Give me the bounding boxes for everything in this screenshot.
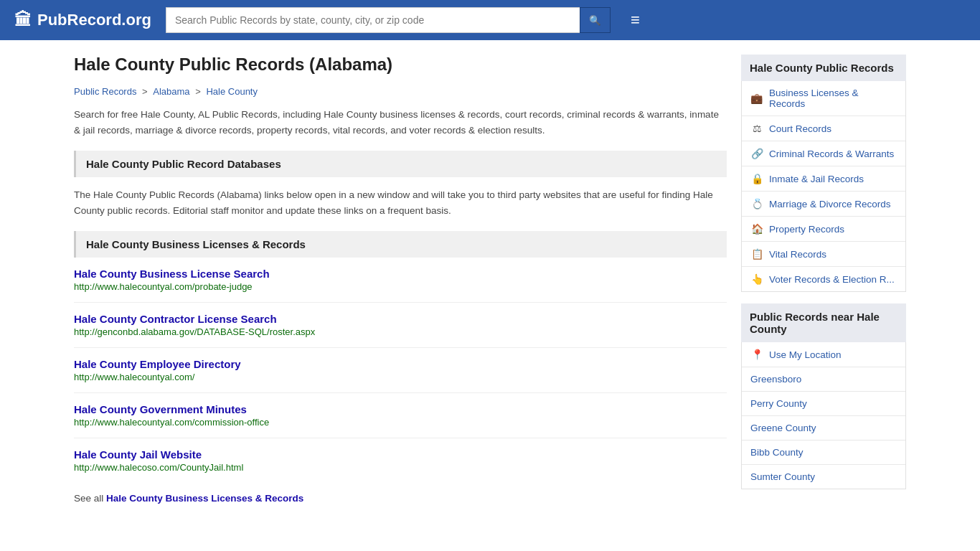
see-all: See all Hale County Business Licenses & …: [74, 493, 727, 504]
sidebar-nearby-list: 📍 Use My Location Greensboro Perry Count…: [741, 342, 906, 489]
record-link-2[interactable]: Hale County Employee Directory: [74, 358, 241, 370]
site-header: 🏛 PubRecord.org 🔍 ≡: [0, 0, 980, 40]
breadcrumb-sep-1: >: [142, 86, 150, 97]
sidebar-item-sumter[interactable]: Sumter County: [742, 465, 905, 489]
sidebar-item-property[interactable]: 🏠 Property Records: [742, 217, 905, 242]
sidebar-item-greene[interactable]: Greene County: [742, 416, 905, 441]
sidebar-label-greene: Greene County: [750, 423, 816, 433]
breadcrumb-sep-2: >: [195, 86, 203, 97]
sidebar-label-property: Property Records: [769, 224, 844, 235]
content-area: Hale County Public Records (Alabama) Pub…: [74, 55, 727, 504]
main-container: Hale County Public Records (Alabama) Pub…: [60, 40, 920, 518]
sidebar-link-property[interactable]: 🏠 Property Records: [742, 217, 905, 241]
finger-icon: 👆: [750, 273, 763, 285]
sidebar-label-voter: Voter Records & Election R...: [769, 274, 895, 285]
record-entry: Hale County Government Minutes http://ww…: [74, 403, 727, 438]
sidebar-nearby-title: Public Records near Hale County: [741, 303, 906, 342]
location-pin-icon: 📍: [750, 349, 763, 360]
sidebar-item-greensboro[interactable]: Greensboro: [742, 367, 905, 392]
record-entry: Hale County Jail Website http://www.hale…: [74, 448, 727, 483]
page-title: Hale County Public Records (Alabama): [74, 55, 727, 75]
scales-icon: ⚖: [750, 123, 763, 134]
sidebar-label-bibb: Bibb County: [750, 447, 804, 458]
link-icon: 🔗: [750, 148, 763, 159]
sidebar-link-sumter[interactable]: Sumter County: [742, 465, 905, 489]
sidebar-label-use-location: Use My Location: [769, 349, 842, 360]
record-entry: Hale County Contractor License Search ht…: [74, 313, 727, 348]
breadcrumb-hale-county[interactable]: Hale County: [206, 86, 258, 97]
sidebar-link-inmate[interactable]: 🔒 Inmate & Jail Records: [742, 166, 905, 191]
sidebar-label-marriage: Marriage & Divorce Records: [769, 199, 891, 209]
search-button[interactable]: 🔍: [580, 7, 611, 33]
sidebar-link-business[interactable]: 💼 Business Licenses & Records: [742, 81, 905, 116]
search-input[interactable]: [166, 7, 580, 33]
see-all-link[interactable]: Hale County Business Licenses & Records: [106, 493, 303, 504]
sidebar-item-perry[interactable]: Perry County: [742, 392, 905, 416]
lock-icon: 🔒: [750, 173, 763, 184]
record-link-0[interactable]: Hale County Business License Search: [74, 268, 270, 280]
breadcrumb-alabama[interactable]: Alabama: [153, 86, 189, 97]
record-entry: Hale County Employee Directory http://ww…: [74, 358, 727, 393]
logo-icon: 🏛: [14, 10, 32, 30]
sidebar-label-vital: Vital Records: [769, 249, 826, 260]
record-url-3: http://www.halecountyal.com/commission-o…: [74, 417, 727, 428]
sidebar-records-title: Hale County Public Records: [741, 55, 906, 81]
sidebar-item-court[interactable]: ⚖ Court Records: [742, 116, 905, 141]
sidebar-nearby-section: Public Records near Hale County 📍 Use My…: [741, 303, 906, 489]
sidebar-link-criminal[interactable]: 🔗 Criminal Records & Warrants: [742, 141, 905, 166]
record-link-1[interactable]: Hale County Contractor License Search: [74, 313, 277, 325]
section-databases-header: Hale County Public Record Databases: [74, 151, 727, 177]
sidebar-records-section: Hale County Public Records 💼 Business Li…: [741, 55, 906, 292]
record-url-1: http://genconbd.alabama.gov/DATABASE-SQL…: [74, 326, 727, 337]
sidebar-link-court[interactable]: ⚖ Court Records: [742, 116, 905, 141]
section-business-header: Hale County Business Licenses & Records: [74, 231, 727, 258]
sidebar-link-perry[interactable]: Perry County: [742, 392, 905, 415]
sidebar-item-criminal[interactable]: 🔗 Criminal Records & Warrants: [742, 141, 905, 166]
breadcrumb-public-records[interactable]: Public Records: [74, 86, 136, 97]
sidebar-link-marriage[interactable]: 💍 Marriage & Divorce Records: [742, 192, 905, 216]
menu-button[interactable]: ≡: [625, 9, 646, 31]
briefcase-icon: 💼: [750, 93, 763, 104]
record-url-2: http://www.halecountyal.com/: [74, 372, 727, 382]
sidebar-link-vital[interactable]: 📋 Vital Records: [742, 242, 905, 266]
sidebar-item-voter[interactable]: 👆 Voter Records & Election R...: [742, 267, 905, 291]
sidebar-item-business[interactable]: 💼 Business Licenses & Records: [742, 81, 905, 116]
house-icon: 🏠: [750, 223, 763, 235]
logo-text: PubRecord.org: [37, 11, 151, 29]
sidebar-item-marriage[interactable]: 💍 Marriage & Divorce Records: [742, 192, 905, 217]
sidebar-label-business: Business Licenses & Records: [769, 88, 897, 109]
record-list: Hale County Business License Search http…: [74, 268, 727, 483]
search-area: 🔍: [166, 7, 611, 33]
record-link-3[interactable]: Hale County Government Minutes: [74, 403, 247, 415]
sidebar-label-greensboro: Greensboro: [750, 374, 801, 385]
sidebar-label-sumter: Sumter County: [750, 471, 815, 482]
search-icon: 🔍: [589, 15, 601, 26]
sidebar-link-voter[interactable]: 👆 Voter Records & Election R...: [742, 267, 905, 291]
sidebar-records-list: 💼 Business Licenses & Records ⚖ Court Re…: [741, 81, 906, 292]
hamburger-icon: ≡: [631, 11, 640, 29]
record-entry: Hale County Business License Search http…: [74, 268, 727, 303]
record-url-0: http://www.halecountyal.com/probate-judg…: [74, 281, 727, 292]
sidebar-link-greene[interactable]: Greene County: [742, 416, 905, 440]
sidebar-label-court: Court Records: [769, 123, 831, 134]
record-url-4: http://www.halecoso.com/CountyJail.html: [74, 462, 727, 473]
section-databases-desc: The Hale County Public Records (Alabama)…: [74, 187, 727, 218]
sidebar-label-criminal: Criminal Records & Warrants: [769, 149, 894, 159]
clipboard-icon: 📋: [750, 248, 763, 260]
ring-icon: 💍: [750, 198, 763, 209]
sidebar: Hale County Public Records 💼 Business Li…: [741, 55, 906, 504]
sidebar-label-perry: Perry County: [750, 398, 807, 409]
intro-text: Search for free Hale County, AL Public R…: [74, 107, 727, 138]
sidebar-link-bibb[interactable]: Bibb County: [742, 441, 905, 464]
record-link-4[interactable]: Hale County Jail Website: [74, 448, 202, 461]
breadcrumb: Public Records > Alabama > Hale County: [74, 86, 727, 97]
sidebar-link-greensboro[interactable]: Greensboro: [742, 367, 905, 391]
sidebar-item-use-location[interactable]: 📍 Use My Location: [742, 342, 905, 367]
sidebar-link-use-location[interactable]: 📍 Use My Location: [742, 342, 905, 367]
sidebar-item-bibb[interactable]: Bibb County: [742, 441, 905, 465]
sidebar-item-inmate[interactable]: 🔒 Inmate & Jail Records: [742, 166, 905, 192]
logo[interactable]: 🏛 PubRecord.org: [14, 10, 151, 30]
sidebar-item-vital[interactable]: 📋 Vital Records: [742, 242, 905, 267]
sidebar-label-inmate: Inmate & Jail Records: [769, 174, 864, 184]
